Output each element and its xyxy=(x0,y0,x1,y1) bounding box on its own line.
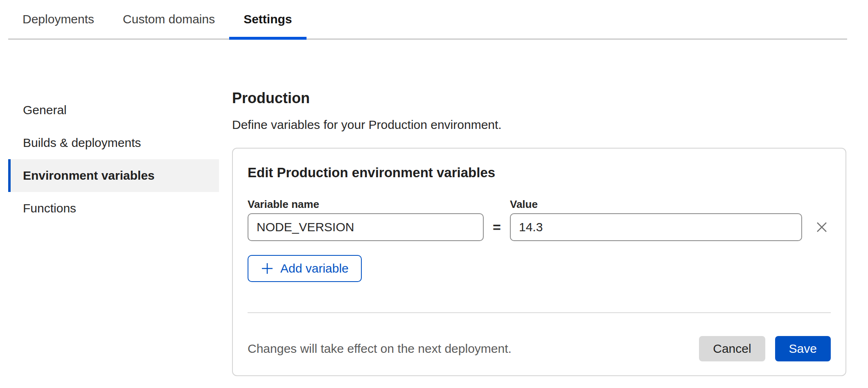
tab-settings[interactable]: Settings xyxy=(229,0,306,38)
add-variable-label: Add variable xyxy=(280,262,349,275)
tab-custom-domains[interactable]: Custom domains xyxy=(108,0,229,38)
close-icon xyxy=(815,221,828,234)
page-description: Define variables for your Production env… xyxy=(232,117,846,133)
variable-value-column: Value xyxy=(510,198,802,241)
tab-deployments[interactable]: Deployments xyxy=(8,0,108,38)
variable-value-input[interactable] xyxy=(510,213,802,241)
variable-name-input[interactable] xyxy=(248,213,484,241)
variable-row: Variable name = Value xyxy=(248,198,831,241)
plus-icon xyxy=(261,262,274,275)
variable-value-label: Value xyxy=(510,198,802,211)
page-title: Production xyxy=(232,89,846,108)
variable-name-column: Variable name xyxy=(248,198,484,241)
add-variable-button[interactable]: Add variable xyxy=(248,255,362,282)
sidebar-item-builds-deployments[interactable]: Builds & deployments xyxy=(8,126,219,159)
environment-variables-card: Edit Production environment variables Va… xyxy=(232,148,846,376)
sidebar-item-functions[interactable]: Functions xyxy=(8,192,219,225)
cancel-button[interactable]: Cancel xyxy=(699,336,765,361)
footer-actions: Cancel Save xyxy=(699,336,831,361)
remove-variable-button[interactable] xyxy=(813,218,831,236)
main-content: Production Define variables for your Pro… xyxy=(232,40,846,376)
sidebar-item-general[interactable]: General xyxy=(8,94,219,126)
settings-layout: General Builds & deployments Environment… xyxy=(0,40,868,376)
footer-note: Changes will take effect on the next dep… xyxy=(248,342,512,356)
settings-sidebar: General Builds & deployments Environment… xyxy=(8,40,219,225)
tab-bar: Deployments Custom domains Settings xyxy=(8,0,847,40)
card-title: Edit Production environment variables xyxy=(248,164,831,181)
equals-sign: = xyxy=(484,213,510,241)
save-button[interactable]: Save xyxy=(775,336,831,361)
sidebar-item-environment-variables[interactable]: Environment variables xyxy=(8,159,219,192)
card-footer: Changes will take effect on the next dep… xyxy=(248,313,831,361)
variable-name-label: Variable name xyxy=(248,198,484,211)
